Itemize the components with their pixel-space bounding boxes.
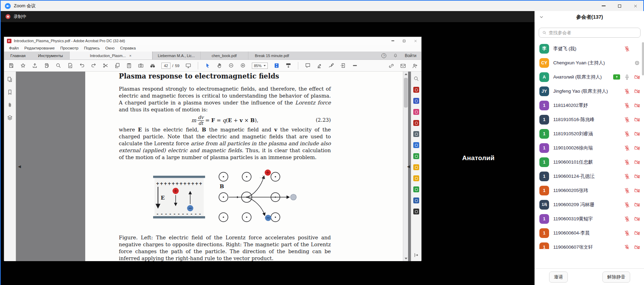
export-button[interactable]: [340, 63, 346, 68]
binoculars-button[interactable]: [150, 63, 156, 68]
cam-off-icon[interactable]: [634, 159, 640, 165]
combine-files-tool-icon[interactable]: [413, 120, 419, 126]
cam-off-icon[interactable]: [634, 131, 640, 137]
sign-button[interactable]: [328, 63, 334, 68]
mic-off-icon[interactable]: [624, 46, 630, 52]
bookmarks-button[interactable]: [7, 89, 13, 95]
clipboard-button[interactable]: [126, 63, 132, 68]
menu-item-3[interactable]: Подпись: [81, 46, 103, 50]
sign-in-button[interactable]: Войти: [405, 53, 416, 58]
participant-row[interactable]: 11190100026徐向瑞: [535, 141, 644, 155]
document-tab-1[interactable]: Lieberman M.A., Lic...: [152, 52, 200, 59]
participant-row[interactable]: CYChengxun Yuan (主持人): [535, 56, 644, 70]
menu-item-2[interactable]: Просмотр: [58, 46, 81, 50]
mic-off-icon[interactable]: [624, 88, 630, 94]
mic-off-icon[interactable]: [624, 202, 630, 208]
scrollbar-thumb[interactable]: [404, 78, 408, 108]
cam-off-icon[interactable]: [634, 117, 640, 123]
cam-off-icon[interactable]: [634, 187, 640, 194]
participant-row[interactable]: 11181140202覃妤: [535, 98, 644, 112]
cam-off-icon[interactable]: [634, 202, 640, 208]
scissors-button[interactable]: [103, 63, 108, 68]
cam-off-icon[interactable]: [634, 244, 640, 249]
document-tab-2[interactable]: chen_book.pdf: [200, 52, 248, 59]
person-add-button[interactable]: [412, 63, 418, 69]
more-tools-icon[interactable]: [413, 209, 419, 214]
participant-row[interactable]: 11190600101任忠麒: [535, 155, 644, 169]
cam-off-icon[interactable]: [634, 230, 640, 236]
zoom-out-button[interactable]: [228, 63, 234, 68]
mic-off-icon[interactable]: [624, 117, 630, 123]
menu-item-4[interactable]: Окно: [103, 46, 117, 50]
hand-button[interactable]: [217, 63, 222, 68]
page-thumbnails-button[interactable]: [7, 76, 13, 82]
scroll-up-arrow[interactable]: [405, 73, 407, 75]
mail-button[interactable]: [400, 63, 406, 69]
maximize-button[interactable]: [611, 1, 627, 11]
highlight-button[interactable]: [317, 63, 323, 68]
doc-check-button[interactable]: [67, 63, 73, 68]
scroll-down-arrow[interactable]: [405, 258, 407, 259]
participant-row[interactable]: 1冯1190600209 冯林珊: [535, 197, 644, 212]
fit-width-button[interactable]: [285, 63, 291, 68]
mic-off-icon[interactable]: [624, 244, 630, 249]
cam-off-icon[interactable]: [634, 102, 640, 109]
zoom-dropdown-caret[interactable]: [264, 65, 266, 66]
search-input[interactable]: [549, 30, 637, 35]
edit-pdf-tool-icon[interactable]: [413, 109, 419, 115]
page-number-control[interactable]: 42/59: [161, 63, 179, 69]
document-tab-0[interactable]: Introduction_Plasm...×: [69, 52, 152, 59]
undo-button[interactable]: [79, 63, 85, 68]
participant-row[interactable]: 11190600319黄鲲宇: [535, 212, 644, 226]
zoom-in-button[interactable]: [240, 63, 246, 68]
participant-row[interactable]: JYJingfeng Yao (联席主持人): [535, 84, 644, 98]
print-button[interactable]: [44, 63, 50, 68]
acrobat-minimize-button[interactable]: [387, 37, 398, 45]
search-button[interactable]: [55, 63, 61, 68]
layers-button[interactable]: [7, 115, 13, 121]
mic-off-icon[interactable]: [624, 216, 630, 222]
compress-pdf-tool-icon[interactable]: [413, 164, 419, 170]
participant-row[interactable]: 李李健飞 (我): [535, 42, 644, 56]
share-button[interactable]: [32, 63, 38, 68]
participant-row[interactable]: 11190600604-李晨: [535, 226, 644, 240]
mic-off-icon[interactable]: [624, 145, 630, 151]
display-button[interactable]: [185, 63, 191, 68]
mic-on-icon[interactable]: [624, 74, 630, 80]
cursor-button[interactable]: [205, 63, 211, 68]
convert-pdf-tool-icon[interactable]: [413, 142, 419, 148]
fill-sign-tool-icon[interactable]: [413, 131, 419, 137]
help-icon[interactable]: ?: [381, 53, 386, 58]
acrobat-close-button[interactable]: [410, 37, 421, 45]
menu-item-1[interactable]: Редактирование: [21, 46, 58, 50]
participant-row[interactable]: AАнатолий (联席主持人): [535, 70, 644, 84]
participant-row[interactable]: 11190600607张文轩: [535, 240, 644, 249]
menu-item-0[interactable]: Файл: [6, 46, 21, 50]
save-button[interactable]: [8, 63, 14, 68]
protect-tool-icon[interactable]: [413, 197, 419, 203]
unmute-all-button[interactable]: 解除静音: [602, 272, 630, 283]
notifications-bell-icon[interactable]: [393, 53, 398, 58]
participant-row[interactable]: 11181910520刘睿涵: [535, 127, 644, 141]
participants-scrollbar-thumb[interactable]: [642, 42, 644, 75]
copy-button[interactable]: [114, 63, 120, 68]
star-button[interactable]: [20, 63, 26, 68]
zoom-level-control[interactable]: 85%: [252, 63, 268, 69]
collapse-left-panel-arrow[interactable]: ◀: [18, 164, 21, 169]
cam-off-icon[interactable]: [634, 216, 640, 222]
search-tool-icon[interactable]: [413, 76, 419, 82]
participant-search[interactable]: [539, 28, 641, 38]
chevron-down-icon[interactable]: [539, 15, 544, 19]
menu-item-5[interactable]: Справка: [117, 46, 139, 50]
snapshot-button[interactable]: [138, 63, 144, 68]
minusbar-button[interactable]: [352, 63, 358, 68]
cam-off-icon[interactable]: [634, 88, 640, 94]
print-production-tool-icon[interactable]: [413, 186, 419, 192]
link-button[interactable]: [388, 63, 394, 69]
open-tools-pane-icon[interactable]: [414, 252, 419, 258]
zoom-level-value[interactable]: 85%: [252, 63, 268, 69]
comment-button[interactable]: [305, 63, 311, 68]
nav-tab-1[interactable]: Инструменты: [32, 52, 69, 59]
current-page-input[interactable]: 42: [161, 63, 170, 69]
tab-close-icon[interactable]: ×: [129, 54, 131, 58]
